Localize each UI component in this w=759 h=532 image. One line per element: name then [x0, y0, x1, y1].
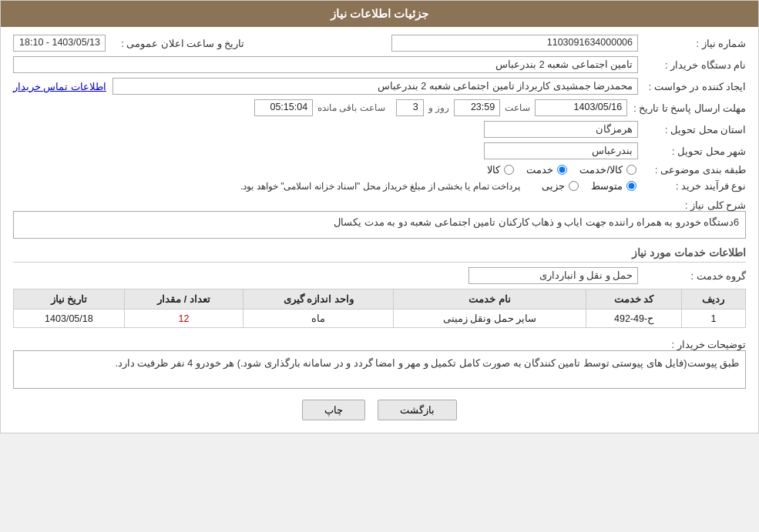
print-button[interactable]: چاپ: [302, 400, 365, 420]
radio-motovasset[interactable]: متوسط: [591, 180, 638, 192]
requester-label: ایجاد کننده در خواست :: [638, 81, 746, 92]
buttons-row: بازگشت چاپ: [13, 400, 746, 420]
response-deadline-row: مهلت ارسال پاسخ تا تاریخ : 1403/05/16 سا…: [13, 99, 746, 116]
remaining-time-field: 05:15:04: [254, 99, 313, 116]
page-title: جزئیات اطلاعات نیاز: [331, 7, 428, 20]
radio-jozee-input[interactable]: [569, 181, 579, 191]
announce-date-field: 1403/05/13 - 18:10: [13, 35, 106, 52]
subject-type-label: طبقه بندی موضوعی :: [638, 164, 746, 176]
service-table: ردیف کد خدمت نام خدمت واحد اندازه گیری ت…: [13, 289, 746, 328]
table-cell-code: ح-49-492: [586, 309, 682, 328]
col-radif: ردیف: [681, 289, 745, 309]
radio-kala-khadamat[interactable]: کالا/خدمت: [579, 164, 638, 176]
buyer-notes-row: توضیحات خریدار : طبق پیوست(فایل های پیوس…: [13, 336, 746, 389]
purchase-type-label: نوع فرآیند خرید :: [638, 180, 746, 192]
buyer-notes-field: طبق پیوست(فایل های پیوستی توسط تامین کنن…: [13, 350, 746, 389]
table-row: 1ح-49-492سایر حمل ونقل زمینیماه121403/05…: [14, 309, 746, 328]
province-row: استان محل تحویل : هرمزگان: [13, 121, 746, 138]
col-code: کد خدمت: [586, 289, 682, 309]
radio-khadamat-label: خدمت: [526, 164, 553, 176]
province-label: استان محل تحویل :: [638, 124, 746, 136]
radio-kala-khadamat-input[interactable]: [626, 165, 636, 175]
deadline-inline: 1403/05/16 ساعت 23:59 روز و 3 ساعت باقی …: [254, 99, 627, 116]
need-description-field: 6دستگاه خودرو به همراه راننده جهت ایاب و…: [13, 211, 746, 239]
page-header: جزئیات اطلاعات نیاز: [1, 1, 758, 27]
radio-kala-khadamat-label: کالا/خدمت: [579, 164, 623, 176]
remaining-label: ساعت باقی مانده: [317, 102, 385, 113]
response-days-label-word: روز و: [428, 102, 449, 113]
page-wrapper: جزئیات اطلاعات نیاز شماره نیاز : 1103091…: [0, 0, 759, 433]
subject-type-row: طبقه بندی موضوعی : کالا/خدمت خدمت کالا: [13, 164, 746, 176]
need-number-row: شماره نیاز : 1103091634000006 تاریخ و سا…: [13, 35, 746, 52]
table-cell-radif: 1: [681, 309, 745, 328]
purchase-note: پرداخت تمام یا بخشی از مبلغ خریداز محل "…: [240, 181, 520, 192]
table-cell-count: 12: [124, 309, 243, 328]
radio-motovasset-label: متوسط: [591, 180, 623, 192]
city-field: بندرعباس: [484, 142, 638, 159]
response-date-field: 1403/05/16: [535, 99, 627, 116]
service-group-field: حمل و نقل و انبارداری: [468, 267, 638, 284]
radio-kala-label: کالا: [487, 164, 500, 176]
radio-kala[interactable]: کالا: [487, 164, 516, 176]
need-desc-label: شرح کلی نیاز :: [638, 196, 746, 211]
buyer-org-label: نام دستگاه خریدار :: [638, 59, 746, 71]
requester-row: ایجاد کننده در خواست : محمدرضا جمشیدی کا…: [13, 78, 746, 95]
service-group-label: گروه خدمت :: [638, 270, 746, 282]
requester-field: محمدرضا جمشیدی کاربرداز تامین اجتماعی شع…: [113, 78, 638, 95]
need-number-field: 1103091634000006: [391, 35, 638, 52]
service-group-row: گروه خدمت : حمل و نقل و انبارداری: [13, 267, 746, 284]
table-cell-name: سایر حمل ونقل زمینی: [394, 309, 586, 328]
service-info-title: اطلاعات خدمات مورد نیاز: [13, 246, 746, 263]
table-cell-date: 1403/05/18: [14, 309, 125, 328]
back-button[interactable]: بازگشت: [378, 400, 457, 420]
radio-khadamat[interactable]: خدمت: [526, 164, 569, 176]
province-field: هرمزگان: [484, 121, 638, 138]
radio-motovasset-input[interactable]: [626, 181, 636, 191]
need-desc-row: شرح کلی نیاز : 6دستگاه خودرو به همراه را…: [13, 196, 746, 239]
table-cell-unit: ماه: [243, 309, 394, 328]
col-date: تاریخ نیاز: [14, 289, 125, 309]
radio-jozee-label: جزیی: [542, 180, 565, 192]
buyer-org-row: نام دستگاه خریدار : تامین اجتماعی شعبه 2…: [13, 56, 746, 73]
buyer-org-field: تامین اجتماعی شعبه 2 بندرعباس: [13, 56, 638, 73]
radio-khadamat-input[interactable]: [557, 165, 567, 175]
announce-date-label: تاریخ و ساعت اعلان عمومی :: [106, 38, 244, 49]
buyer-notes-label: توضیحات خریدار :: [638, 336, 746, 350]
col-name: نام خدمت: [394, 289, 586, 309]
city-row: شهر محل تحویل : بندرعباس: [13, 142, 746, 159]
response-time-label-word: ساعت: [505, 102, 530, 113]
radio-jozee[interactable]: جزیی: [542, 180, 580, 192]
col-count: تعداد / مقدار: [124, 289, 243, 309]
col-unit: واحد اندازه گیری: [243, 289, 394, 309]
purchase-type-radios: متوسط جزیی: [542, 180, 638, 192]
subject-type-radios: کالا/خدمت خدمت کالا: [487, 164, 638, 176]
radio-kala-input[interactable]: [504, 165, 514, 175]
city-label: شهر محل تحویل :: [638, 146, 746, 157]
requester-contact-link[interactable]: اطلاعات تماس خریدار: [13, 81, 106, 92]
need-number-label: شماره نیاز :: [638, 38, 746, 49]
content-area: شماره نیاز : 1103091634000006 تاریخ و سا…: [1, 27, 758, 433]
purchase-type-row: نوع فرآیند خرید : متوسط جزیی پرداخت تمام…: [13, 180, 746, 192]
response-days-field: 3: [396, 99, 424, 116]
response-deadline-label: مهلت ارسال پاسخ تا تاریخ :: [627, 102, 746, 114]
response-time-field: 23:59: [454, 99, 500, 116]
